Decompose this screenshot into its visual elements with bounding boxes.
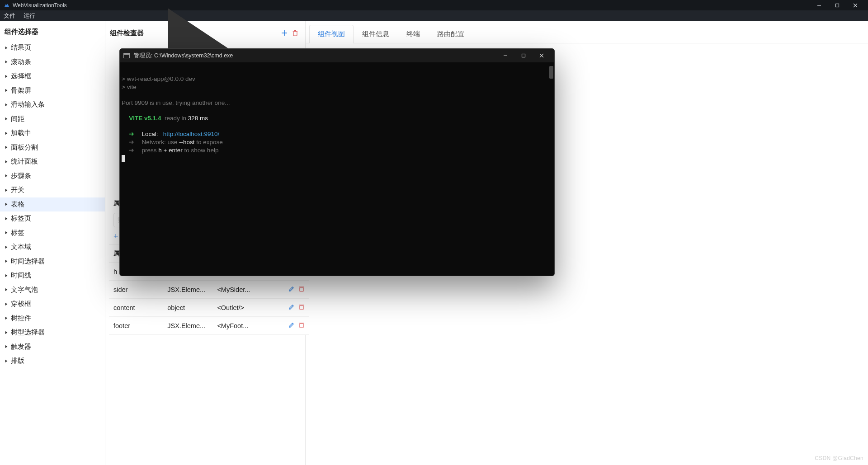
sidebar-item[interactable]: 滚动条 [0, 55, 105, 70]
inspector-delete-button[interactable] [290, 28, 301, 38]
sidebar-item[interactable]: 骨架屏 [0, 84, 105, 98]
svg-marker-15 [5, 203, 8, 206]
sidebar-item-label: 文字气泡 [11, 286, 38, 294]
sidebar-item[interactable]: 表格 [0, 197, 105, 212]
app-title: WebVisualizationTools [13, 2, 67, 9]
terminal-minimize-button[interactable] [496, 49, 514, 62]
sidebar-item-label: 穿梭框 [11, 300, 31, 308]
watermark: CSDN @GladChen [815, 455, 863, 461]
caret-right-icon [5, 160, 8, 164]
terminal-maximize-button[interactable] [514, 49, 533, 62]
caret-right-icon [5, 302, 8, 306]
tab-terminal[interactable]: 终端 [398, 25, 429, 43]
caret-right-icon [5, 188, 8, 192]
svg-rect-39 [300, 324, 303, 328]
sidebar-item-label: 标签页 [11, 214, 31, 223]
sidebar-item[interactable]: 统计面板 [0, 155, 105, 169]
caret-right-icon [5, 345, 8, 348]
svg-marker-26 [5, 360, 8, 362]
sidebar-item-label: 树型选择器 [11, 328, 45, 337]
sidebar-item[interactable]: 穿梭框 [0, 297, 105, 311]
prop-name: footer [113, 322, 167, 329]
edit-icon[interactable] [288, 322, 295, 329]
tab-route-config[interactable]: 路由配置 [429, 25, 473, 43]
window-maximize-button[interactable] [828, 0, 846, 10]
menu-run[interactable]: 运行 [24, 12, 35, 20]
caret-right-icon [5, 288, 8, 291]
caret-right-icon [5, 146, 8, 149]
sidebar-item[interactable]: 树型选择器 [0, 325, 105, 340]
menu-file[interactable]: 文件 [4, 12, 15, 20]
caret-right-icon [5, 245, 8, 249]
sidebar-item[interactable]: 文本域 [0, 240, 105, 254]
tabs: 组件视图 组件信息 终端 路由配置 [306, 21, 868, 43]
app-logo-icon [4, 2, 10, 9]
sidebar-item-label: 时间线 [11, 271, 31, 280]
prop-name: content [113, 304, 167, 311]
sidebar-item[interactable]: 开关 [0, 183, 105, 197]
terminal-titlebar[interactable]: 管理员: C:\Windows\system32\cmd.exe [120, 49, 554, 62]
sidebar-item[interactable]: 文字气泡 [0, 283, 105, 297]
sidebar-item-label: 间距 [11, 115, 24, 123]
sidebar-item[interactable]: 触发器 [0, 340, 105, 354]
terminal-close-button[interactable] [533, 49, 551, 62]
sidebar-item[interactable]: 步骤条 [0, 169, 105, 183]
sidebar-item[interactable]: 选择框 [0, 69, 105, 84]
svg-marker-12 [5, 160, 8, 163]
props-table-row[interactable]: footer JSX.Eleme... <MyFoot... [109, 317, 309, 335]
edit-icon[interactable] [288, 304, 295, 311]
sidebar-item[interactable]: 标签页 [0, 211, 105, 226]
sidebar-item-label: 开关 [11, 186, 24, 194]
svg-marker-21 [5, 288, 8, 291]
sidebar-item[interactable]: 加载中 [0, 126, 105, 141]
svg-marker-8 [5, 103, 8, 106]
caret-right-icon [5, 89, 8, 92]
svg-marker-22 [5, 303, 8, 305]
svg-rect-42 [522, 54, 525, 57]
svg-marker-13 [5, 174, 8, 177]
window-minimize-button[interactable] [810, 0, 828, 10]
sidebar-item-label: 结果页 [11, 43, 31, 52]
caret-right-icon [5, 316, 8, 320]
svg-marker-10 [5, 132, 8, 135]
svg-marker-11 [5, 146, 8, 149]
sidebar-item[interactable]: 时间选择器 [0, 254, 105, 269]
window-close-button[interactable] [846, 0, 864, 10]
props-table-row[interactable]: content object <Outlet/> [109, 299, 309, 317]
sidebar-item-label: 滚动条 [11, 58, 31, 66]
sidebar-item[interactable]: 滑动输入条 [0, 98, 105, 112]
sidebar-item[interactable]: 面板分割 [0, 141, 105, 155]
props-add-button[interactable]: + [113, 232, 118, 241]
svg-rect-29 [293, 32, 297, 36]
svg-marker-5 [5, 61, 8, 63]
svg-marker-9 [5, 117, 8, 120]
sidebar-item[interactable]: 标签 [0, 226, 105, 240]
caret-right-icon [5, 359, 8, 363]
svg-marker-17 [5, 231, 8, 234]
component-selector-title: 组件选择器 [0, 21, 105, 41]
svg-marker-4 [5, 47, 8, 49]
svg-marker-16 [5, 217, 8, 220]
inspector-add-button[interactable] [279, 28, 290, 38]
caret-right-icon [5, 274, 8, 277]
edit-icon[interactable] [288, 286, 295, 293]
delete-icon[interactable] [298, 286, 305, 293]
sidebar-item[interactable]: 间距 [0, 112, 105, 127]
terminal-scrollbar[interactable] [549, 66, 553, 79]
svg-marker-24 [5, 331, 8, 334]
terminal-cursor [122, 155, 125, 162]
tab-component-info[interactable]: 组件信息 [354, 25, 398, 43]
prop-value: <MyFoot... [217, 322, 279, 329]
delete-icon[interactable] [298, 304, 305, 311]
sidebar-item-label: 触发器 [11, 343, 31, 351]
sidebar-item[interactable]: 树控件 [0, 311, 105, 326]
sidebar-item-label: 时间选择器 [11, 257, 45, 266]
tab-component-view[interactable]: 组件视图 [309, 25, 354, 43]
sidebar-item[interactable]: 结果页 [0, 41, 105, 55]
sidebar-item-label: 树控件 [11, 314, 31, 323]
sidebar-item[interactable]: 时间线 [0, 268, 105, 283]
props-table-row[interactable]: sider JSX.Eleme... <MySider... [109, 281, 309, 299]
terminal-body[interactable]: > wvt-react-app@0.0.0 dev > vite Port 99… [120, 62, 554, 276]
sidebar-item[interactable]: 排版 [0, 354, 105, 368]
delete-icon[interactable] [298, 322, 305, 329]
